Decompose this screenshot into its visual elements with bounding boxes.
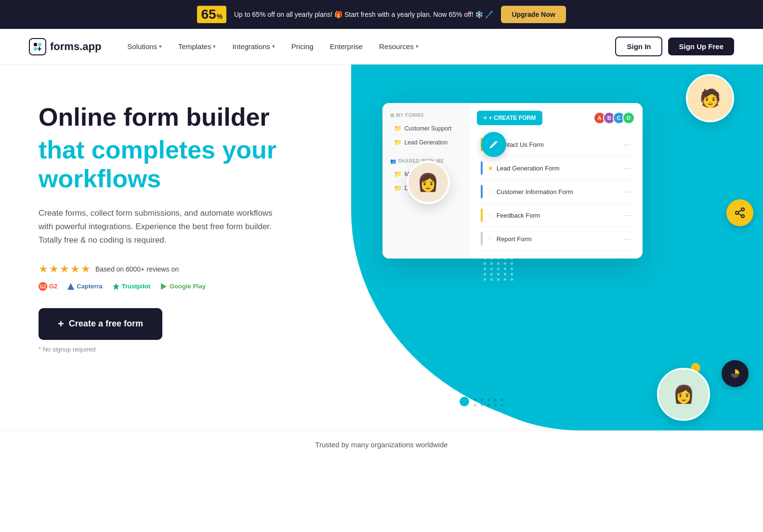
sign-up-button[interactable]: Sign Up Free: [668, 38, 734, 55]
svg-line-12: [738, 210, 742, 212]
discount-number: 65: [201, 7, 216, 22]
folder-icon-yellow-2: 📁: [394, 139, 402, 146]
svg-rect-0: [34, 43, 37, 46]
form-name: Customer Information Form: [497, 188, 623, 195]
nav-integrations[interactable]: Integrations ▾: [225, 39, 281, 54]
review-logos: G2 G2 Capterra Trustpilot Google Play: [39, 282, 368, 291]
trusted-text: Trusted by many organizations worldwide: [315, 441, 447, 449]
edit-icon-bubble: [481, 132, 506, 157]
nav-actions: Sign In Sign Up Free: [615, 37, 734, 56]
nav-resources[interactable]: Resources ▾: [372, 39, 425, 54]
nav-templates[interactable]: Templates ▾: [171, 39, 223, 54]
star-empty-icon: ☆: [487, 211, 494, 219]
form-list-item[interactable]: ☆ Customer Information Form ⋯: [477, 180, 635, 204]
resources-chevron-icon: ▾: [416, 43, 419, 50]
folder-icon-blue-2: 📁: [394, 184, 402, 192]
form-name: Report Form: [497, 235, 623, 243]
form-list-item[interactable]: ★ Lead Generation Form ⋯: [477, 156, 635, 180]
solutions-chevron-icon: ▾: [159, 43, 162, 50]
accent-bar: [481, 161, 483, 175]
star-empty-icon: ☆: [487, 188, 494, 195]
svg-point-8: [741, 208, 744, 211]
path-dot-teal: [460, 397, 469, 406]
my-forms-label: ⊞ MY FORMS: [390, 113, 461, 118]
star-rating: ★★★★★: [39, 263, 92, 275]
form-list-item[interactable]: ☆ Report Form ⋯: [477, 227, 635, 251]
hero-description: Create forms, collect form submissions, …: [39, 207, 279, 247]
sidebar-lead-generation[interactable]: 📁 Lead Generation: [390, 136, 461, 149]
person-avatar-2: 🧑: [686, 74, 734, 122]
plus-icon: +: [58, 318, 64, 330]
hero-left: Online form builder that completes your …: [0, 65, 397, 430]
svg-line-11: [738, 214, 742, 216]
sign-in-button[interactable]: Sign In: [615, 37, 662, 56]
form-list-item[interactable]: ☆ Feedback Form ⋯: [477, 204, 635, 227]
accent-bar: [481, 185, 483, 198]
star-icon: ★: [487, 164, 494, 172]
trustpilot-logo: Trustpilot: [112, 283, 150, 290]
upgrade-button[interactable]: Upgrade Now: [501, 6, 566, 23]
form-name: Feedback Form: [497, 212, 623, 219]
discount-sup: %: [217, 13, 223, 20]
accent-bar: [481, 208, 483, 222]
more-options-icon[interactable]: ⋯: [623, 187, 631, 196]
hero-right: 👩 🧑 👩 ⊞ MY FORM: [397, 65, 763, 430]
svg-marker-5: [67, 283, 74, 290]
logo-icon: [29, 38, 46, 55]
logo-text: forms.app: [50, 40, 101, 53]
more-options-icon[interactable]: ⋯: [623, 234, 631, 244]
banner-text: Up to 65% off on all yearly plans! 🎁 Sta…: [234, 11, 493, 18]
create-form-plus-icon: +: [484, 115, 487, 121]
nav-pricing[interactable]: Pricing: [285, 39, 320, 54]
sidebar-customer-support[interactable]: 📁 Customer Support: [390, 122, 461, 135]
more-options-icon[interactable]: ⋯: [623, 140, 631, 149]
g2-logo: G2 G2: [39, 282, 57, 291]
hero-title: Online form builder: [39, 103, 368, 132]
form-name: Lead Generation Form: [497, 165, 623, 172]
capterra-logo: Capterra: [67, 283, 102, 290]
create-form-button[interactable]: + Create a free form: [39, 308, 162, 340]
integrations-chevron-icon: ▾: [272, 43, 275, 50]
nav-links: Solutions ▾ Templates ▾ Integrations ▾ P…: [120, 39, 615, 54]
svg-rect-1: [38, 43, 41, 46]
accent-bar: [481, 232, 483, 246]
discount-badge: 65%: [197, 6, 226, 23]
person-avatar-3: 👩: [657, 368, 710, 421]
no-signup-text: * No signup required: [39, 346, 368, 353]
review-text: Based on 6000+ reviews on: [95, 265, 179, 273]
svg-marker-7: [161, 283, 167, 290]
dots-grid-1: [484, 257, 514, 281]
top-banner: 65% Up to 65% off on all yearly plans! 🎁…: [0, 0, 763, 29]
hero-subtitle: that completes your workflows: [39, 136, 368, 194]
avatar-row: A B C D: [593, 112, 635, 124]
logo[interactable]: forms.app: [29, 38, 101, 55]
more-options-icon[interactable]: ⋯: [623, 211, 631, 220]
folder-icon-blue: 📁: [394, 170, 402, 178]
form-main: + + CREATE FORM A B C D ★: [469, 103, 643, 259]
my-forms-section: ⊞ MY FORMS 📁 Customer Support 📁 Lead Gen…: [390, 113, 461, 149]
hero-section: Online form builder that completes your …: [0, 65, 763, 430]
cta-label: Create a free form: [69, 319, 143, 329]
dots-grid-2: [474, 399, 505, 406]
star-empty-icon: ☆: [487, 235, 494, 243]
svg-text:G2: G2: [39, 284, 46, 289]
navbar: forms.app Solutions ▾ Templates ▾ Integr…: [0, 29, 763, 65]
person-avatar-1: 👩: [407, 161, 450, 204]
trusted-bar: Trusted by many organizations worldwide: [0, 430, 763, 458]
nav-enterprise[interactable]: Enterprise: [323, 39, 369, 54]
stars-row: ★★★★★ Based on 6000+ reviews on: [39, 263, 368, 275]
nav-solutions[interactable]: Solutions ▾: [120, 39, 169, 54]
google-play-logo: Google Play: [160, 283, 206, 290]
share-icon-bubble: [726, 199, 753, 226]
create-form-btn[interactable]: + + CREATE FORM: [477, 111, 542, 125]
avatar-4: D: [622, 112, 635, 124]
templates-chevron-icon: ▾: [213, 43, 216, 50]
form-name: Contact Us Form: [497, 141, 623, 148]
svg-marker-6: [113, 283, 119, 290]
svg-rect-2: [34, 47, 37, 51]
svg-point-9: [736, 211, 738, 214]
chart-icon-bubble: [722, 360, 749, 387]
form-top-bar: + + CREATE FORM A B C D: [477, 111, 635, 125]
svg-point-10: [741, 215, 744, 218]
more-options-icon[interactable]: ⋯: [623, 164, 631, 173]
